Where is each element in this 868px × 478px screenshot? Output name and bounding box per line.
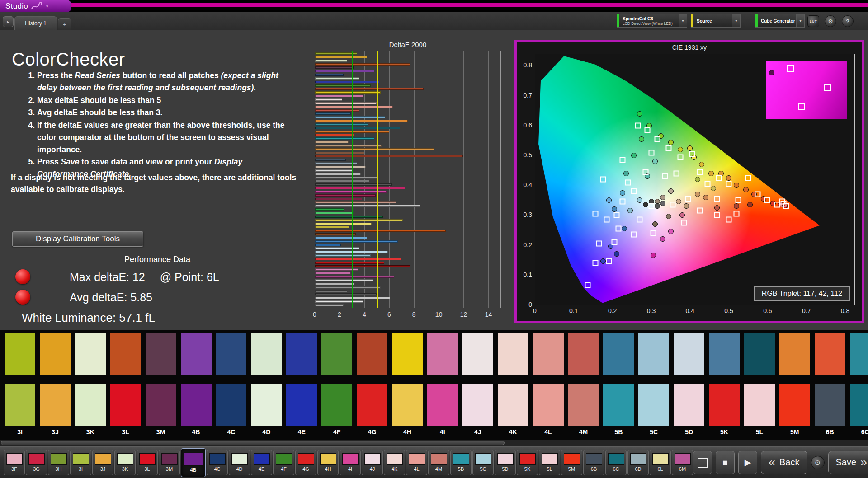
source-select[interactable]: Source ▾: [691, 14, 741, 28]
patch-mini-button-4B[interactable]: 4B: [181, 448, 206, 477]
tab-history-1[interactable]: History 1: [14, 16, 57, 30]
patch-mini-button-5M[interactable]: 5M: [561, 450, 582, 475]
deltae-bar: [315, 183, 392, 186]
deltae-bar: [315, 283, 354, 285]
generator-select[interactable]: Cube Generator ▾: [755, 14, 805, 28]
patch-mini-button-4D[interactable]: 4D: [229, 450, 250, 475]
scrollbar-thumb[interactable]: [1, 441, 505, 445]
save-button[interactable]: Save »: [828, 451, 868, 474]
patch-mini-button-3K[interactable]: 3K: [114, 450, 136, 475]
patch-mini-button-4M[interactable]: 4M: [428, 450, 449, 475]
patch-mini-label: 4K: [392, 466, 397, 472]
play-icon: ▶: [745, 457, 751, 468]
patch-mini-button-5C[interactable]: 5C: [472, 450, 494, 475]
cie-measurement-point: [726, 175, 731, 181]
display-calibration-tools-button[interactable]: Display Calibration Tools: [12, 231, 143, 247]
chevron-down-icon: ▾: [735, 19, 737, 23]
patch-mini-label: 6L: [657, 466, 663, 472]
deltae-bar: [315, 258, 401, 260]
patch-mini-label: 4G: [302, 466, 309, 472]
patch-mini-button-3J[interactable]: 3J: [92, 450, 113, 475]
patch-mini-button-4J[interactable]: 4J: [362, 450, 383, 475]
patch-mini-swatch: [409, 453, 425, 465]
patch-swatch-measured: [815, 333, 845, 375]
cie-measurement-point: [714, 205, 720, 211]
meter-dropdown-button[interactable]: ▾: [679, 14, 687, 27]
patch-swatch-measured: [40, 333, 71, 375]
deltae-bar: [315, 91, 381, 94]
app-title: Studio: [5, 2, 28, 11]
cie-target-square: [689, 151, 695, 157]
back-button[interactable]: « Back: [761, 451, 807, 474]
patch-mini-button-5D[interactable]: 5D: [495, 450, 516, 475]
cie-target-square: [733, 211, 739, 216]
patch-label: 3J: [40, 428, 71, 436]
patch-mini-label: 6M: [679, 466, 686, 472]
cie-inset-target-square: [798, 103, 805, 110]
patch-mini-swatch: [519, 453, 536, 465]
app-logo-menu[interactable]: Studio ▾: [0, 0, 71, 12]
patch-mini-button-3L[interactable]: 3L: [137, 450, 158, 475]
patch-mini-button-6B[interactable]: 6B: [583, 450, 604, 475]
cie-y-tick-label: 0.8: [518, 61, 532, 69]
pattern-window-button[interactable]: [693, 451, 712, 474]
patch-mini-button-6D[interactable]: 6D: [627, 450, 649, 475]
patch-mini-button-5L[interactable]: 5L: [539, 450, 560, 475]
source-dropdown-button[interactable]: ▾: [732, 14, 740, 27]
patch-mini-button-4H[interactable]: 4H: [317, 450, 339, 475]
patch-mini-button-4I[interactable]: 4I: [340, 450, 361, 475]
patch-mini-button-4E[interactable]: 4E: [251, 450, 272, 475]
meter-mode: LCD Direct View (White LED): [623, 21, 675, 26]
deltae-bar: [315, 237, 367, 239]
deltae-bar: [315, 141, 349, 143]
deltae-bar: [315, 106, 393, 108]
deltae-bar: [315, 201, 396, 203]
patch-mini-button-5K[interactable]: 5K: [517, 450, 538, 475]
patch-mini-button-4K[interactable]: 4K: [384, 450, 405, 475]
cie-measurement-point: [687, 145, 693, 151]
patch-mini-swatch: [630, 453, 646, 465]
patch-mini-swatch: [608, 453, 624, 465]
patch-swatch-measured: [286, 333, 317, 375]
patch-mini-label: 3H: [55, 466, 61, 472]
patch-swatch-measured: [674, 333, 704, 375]
patch-mini-button-5B[interactable]: 5B: [450, 450, 472, 475]
deltae-bar: [315, 169, 352, 172]
patch-mini-button-4G[interactable]: 4G: [295, 450, 316, 475]
deltae-bar: [315, 304, 344, 306]
patch-mini-button-4L[interactable]: 4L: [406, 450, 427, 475]
patch-swatch-target: [779, 384, 810, 426]
patch-swatch-measured: [181, 333, 212, 375]
cie-measurement-point: [651, 253, 656, 258]
generator-dropdown-button[interactable]: ▾: [796, 14, 804, 27]
patch-swatch-measured: [110, 333, 141, 375]
patch-mini-button-3M[interactable]: 3M: [159, 450, 180, 475]
patch-mini-label: 3F: [11, 466, 17, 472]
add-tab-button[interactable]: +: [58, 18, 71, 30]
patch-mini-button-6C[interactable]: 6C: [605, 450, 627, 475]
lut-button[interactable]: LUT: [807, 15, 819, 27]
patch-mini-button-4C[interactable]: 4C: [207, 450, 228, 475]
patch-mini-button-3I[interactable]: 3I: [70, 450, 91, 475]
patch-strip-scrollbar[interactable]: [0, 440, 868, 446]
cie-y-tick-label: 0.5: [518, 151, 532, 159]
history-nav-button[interactable]: ▸: [3, 16, 14, 27]
patch-mini-swatch: [298, 453, 314, 465]
patch-swatch-target: [286, 384, 317, 426]
patch-mini-button-4F[interactable]: 4F: [273, 450, 294, 475]
stop-button[interactable]: ■: [716, 451, 735, 474]
patch-mini-swatch: [254, 453, 270, 465]
patch-mini-button-3G[interactable]: 3G: [26, 450, 47, 475]
patch-mini-button-6M[interactable]: 6M: [672, 450, 693, 475]
meter-select[interactable]: SpectraCal C6 LCD Direct View (White LED…: [617, 14, 687, 28]
help-button[interactable]: ?: [842, 15, 854, 27]
pattern-window-icon: [698, 458, 708, 468]
patch-mini-button-3H[interactable]: 3H: [48, 450, 69, 475]
patch-mini-button-3F[interactable]: 3F: [4, 450, 25, 475]
settings-button[interactable]: ⚙: [825, 15, 836, 27]
cie-measurement-point: [668, 140, 674, 145]
meter-level-button[interactable]: ⊙: [811, 456, 825, 469]
read-series-button[interactable]: ▶: [738, 451, 757, 474]
cie-target-square: [716, 175, 722, 181]
patch-mini-button-6L[interactable]: 6L: [650, 450, 671, 475]
